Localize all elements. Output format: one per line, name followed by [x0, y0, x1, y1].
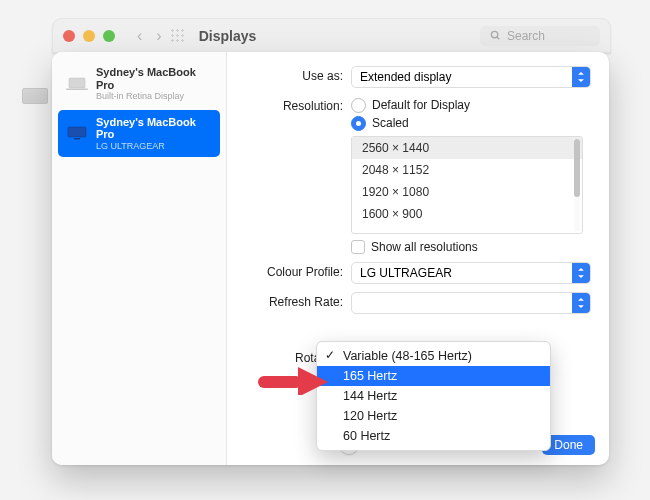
minimize-window-button[interactable] [83, 30, 95, 42]
resolution-option[interactable]: 1920 × 1080 [352, 181, 582, 203]
sidebar-item-subtitle: LG ULTRAGEAR [96, 141, 212, 151]
refresh-rate-menu-item[interactable]: 120 Hertz [317, 406, 550, 426]
checkbox-icon [351, 240, 365, 254]
close-window-button[interactable] [63, 30, 75, 42]
sidebar-item-title: Sydney's MacBook Pro [96, 66, 212, 91]
svg-rect-3 [66, 88, 88, 90]
refresh-rate-menu[interactable]: ✓ Variable (48-165 Hertz) 165 Hertz 144 … [316, 341, 551, 451]
radio-checked-icon [351, 116, 366, 131]
chevron-updown-icon [572, 293, 590, 313]
displays-sidebar: Sydney's MacBook Pro Built-in Retina Dis… [52, 52, 227, 465]
background-sidebar-peek [22, 88, 48, 104]
search-placeholder: Search [507, 29, 545, 43]
svg-rect-5 [74, 138, 80, 140]
colour-profile-value: LG ULTRAGEAR [360, 266, 452, 280]
search-field[interactable]: Search [480, 26, 600, 46]
nav-arrows: ‹ › [137, 27, 162, 45]
show-all-label: Show all resolutions [371, 240, 478, 254]
monitor-icon [66, 126, 88, 140]
laptop-icon [66, 77, 88, 91]
resolution-list[interactable]: 2560 × 1440 2048 × 1152 1920 × 1080 1600… [351, 136, 583, 234]
refresh-rate-value [360, 296, 363, 310]
window-title: Displays [199, 28, 257, 44]
chevron-updown-icon [572, 263, 590, 283]
grid-icon[interactable] [170, 28, 185, 43]
resolution-option[interactable]: 2560 × 1440 [352, 137, 582, 159]
colour-profile-popup[interactable]: LG ULTRAGEAR [351, 262, 591, 284]
sidebar-item-subtitle: Built-in Retina Display [96, 91, 212, 101]
svg-rect-2 [69, 78, 85, 88]
refresh-rate-menu-item[interactable]: 144 Hertz [317, 386, 550, 406]
background-window-toolbar: ‹ › Displays Search [52, 18, 611, 53]
chevron-updown-icon [572, 67, 590, 87]
show-all-resolutions-checkbox[interactable]: Show all resolutions [351, 240, 591, 254]
window-controls [63, 30, 115, 42]
svg-rect-4 [68, 127, 86, 137]
colour-profile-label: Colour Profile: [227, 262, 351, 279]
refresh-rate-popup[interactable] [351, 292, 591, 314]
resolution-option[interactable]: 1600 × 900 [352, 203, 582, 225]
resolution-scaled-label: Scaled [372, 116, 409, 130]
resolution-scaled-radio[interactable]: Scaled [351, 114, 591, 132]
use-as-value: Extended display [360, 70, 451, 84]
zoom-window-button[interactable] [103, 30, 115, 42]
sidebar-display-external[interactable]: Sydney's MacBook Pro LG ULTRAGEAR [58, 110, 220, 158]
resolution-default-label: Default for Display [372, 98, 470, 112]
forward-button[interactable]: › [156, 27, 161, 45]
resolution-label: Resolution: [227, 96, 351, 113]
sidebar-item-title: Sydney's MacBook Pro [96, 116, 212, 141]
refresh-rate-menu-item[interactable]: ✓ Variable (48-165 Hertz) [317, 346, 550, 366]
refresh-rate-menu-item[interactable]: 165 Hertz [317, 366, 550, 386]
refresh-rate-menu-item[interactable]: 60 Hertz [317, 426, 550, 446]
scrollbar-thumb[interactable] [574, 139, 580, 197]
checkmark-icon: ✓ [325, 348, 335, 362]
svg-line-1 [497, 37, 499, 39]
resolution-default-radio[interactable]: Default for Display [351, 96, 591, 114]
radio-icon [351, 98, 366, 113]
resolution-option[interactable]: 2048 × 1152 [352, 159, 582, 181]
svg-point-0 [491, 31, 497, 37]
refresh-rate-label: Refresh Rate: [227, 292, 351, 309]
search-icon [490, 30, 501, 41]
use-as-label: Use as: [227, 66, 351, 83]
back-button[interactable]: ‹ [137, 27, 142, 45]
use-as-popup[interactable]: Extended display [351, 66, 591, 88]
sidebar-display-builtin[interactable]: Sydney's MacBook Pro Built-in Retina Dis… [58, 60, 220, 108]
